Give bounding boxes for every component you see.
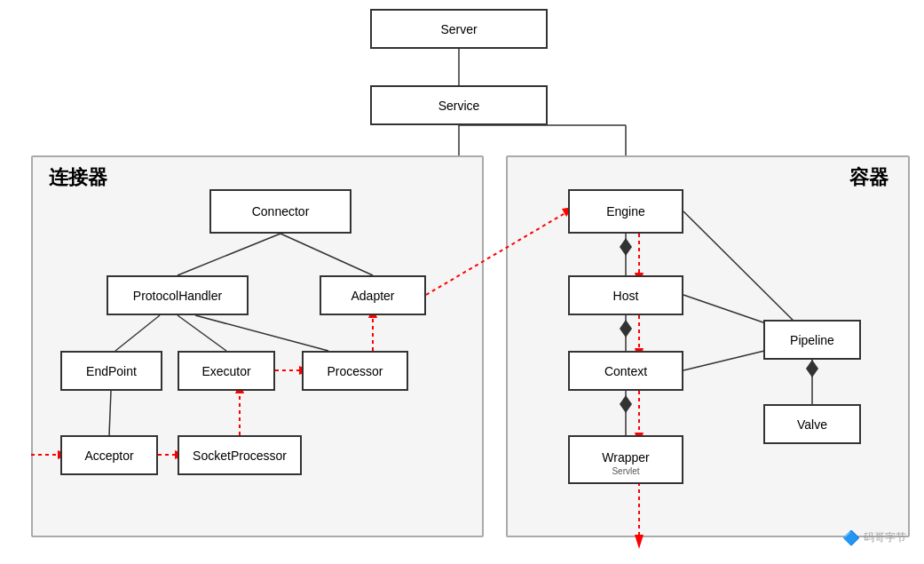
endpoint-label: EndPoint [86,364,137,378]
connector-section-label: 连接器 [49,164,107,191]
valve-box: Valve [763,404,861,444]
servlet-label: Servlet [570,466,682,476]
valve-label: Valve [797,417,827,432]
wrapper-label: Wrapper [570,450,682,465]
wrapper-box: Wrapper Servlet [568,435,683,484]
acceptor-box: Acceptor [60,435,158,475]
processor-box: Processor [302,351,408,391]
adapter-label: Adapter [351,289,394,303]
executor-box: Executor [178,351,275,391]
container-section-label: 容器 [849,164,888,191]
watermark-text: 码哥字节 [864,530,906,545]
protocolhandler-label: ProtocolHandler [133,289,222,303]
diagram: 连接器 容器 [0,0,924,564]
connector-box: Connector [209,189,351,234]
host-label: Host [613,289,639,303]
endpoint-box: EndPoint [60,351,162,391]
engine-label: Engine [606,204,645,218]
server-label: Server [440,22,477,36]
service-label: Service [438,99,480,113]
connector-label: Connector [252,204,310,218]
pipeline-box: Pipeline [763,320,861,360]
context-box: Context [568,351,683,391]
pipeline-label: Pipeline [790,333,834,347]
context-label: Context [604,364,647,378]
watermark: 🔷 码哥字节 [842,529,906,546]
engine-box: Engine [568,189,683,234]
processor-label: Processor [327,364,383,378]
protocolhandler-box: ProtocolHandler [107,275,249,315]
adapter-box: Adapter [320,275,426,315]
acceptor-label: Acceptor [84,449,133,463]
service-box: Service [370,85,548,125]
executor-label: Executor [201,364,250,378]
socketprocessor-box: SocketProcessor [178,435,302,475]
host-box: Host [568,275,683,315]
socketprocessor-label: SocketProcessor [193,449,287,463]
server-box: Server [370,9,548,49]
